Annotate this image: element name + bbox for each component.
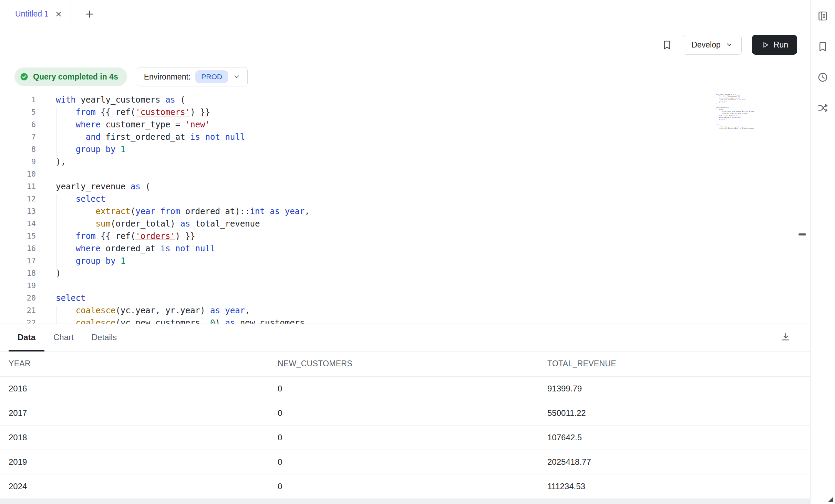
results-panel: Data Chart Details YEARNEW_CUSTOMERSTOTA… [0, 324, 810, 504]
develop-label: Develop [691, 40, 720, 50]
check-circle-icon [19, 72, 29, 82]
tab-chart-label: Chart [53, 333, 74, 342]
line-number: 6 [0, 118, 36, 131]
code-line[interactable]: 22 coalesce(yc.new_customers, 0) as new_… [0, 317, 810, 324]
code-line[interactable]: 19 [0, 280, 810, 292]
table-cell: 107642.5 [547, 433, 810, 442]
bookmark-icon[interactable] [817, 41, 828, 52]
lineage-icon[interactable] [817, 102, 828, 114]
line-number: 8 [0, 143, 36, 156]
history-clock-icon[interactable] [817, 72, 828, 83]
table-body: 2016091399.7920170550011.2220180107642.5… [0, 377, 810, 499]
tab-details-label: Details [92, 333, 117, 342]
tab-label: Untitled 1 [15, 9, 49, 19]
tab-chart[interactable]: Chart [44, 324, 83, 351]
table-cell: 0 [278, 384, 547, 393]
line-number: 18 [0, 267, 36, 280]
line-number: 19 [0, 280, 36, 292]
line-number: 16 [0, 242, 36, 255]
scrollbar-thumb[interactable] [798, 233, 806, 235]
line-number: 12 [0, 193, 36, 205]
table-cell: 2018 [9, 433, 278, 442]
table-row[interactable]: 2016091399.79 [0, 377, 810, 401]
column-header[interactable]: YEAR [9, 359, 278, 368]
status-bar: Query completed in 4s Environment: PROD [0, 61, 810, 92]
table-row[interactable]: 20240111234.53 [0, 474, 810, 499]
code-line[interactable]: 20select [0, 292, 810, 304]
toolbar: Develop Run [0, 28, 810, 61]
chevron-down-icon [233, 73, 240, 81]
line-number: 17 [0, 255, 36, 267]
table-cell: 0 [278, 457, 547, 467]
table-row[interactable]: 20170550011.22 [0, 401, 810, 426]
code-line[interactable]: 13 extract(year from ordered_at)::int as… [0, 205, 810, 218]
table-header-row: YEARNEW_CUSTOMERSTOTAL_REVENUE [0, 351, 810, 377]
download-icon [781, 332, 791, 342]
table-cell: 2016 [9, 384, 278, 393]
table-cell: 0 [278, 482, 547, 491]
line-number: 20 [0, 292, 36, 304]
develop-button[interactable]: Develop [683, 35, 741, 55]
indent-guide [56, 194, 57, 269]
code-line[interactable]: 1with yearly_customers as ( [0, 94, 810, 106]
right-sidebar [810, 0, 835, 504]
code-line[interactable]: 18) [0, 267, 810, 280]
environment-badge: PROD [195, 70, 228, 83]
table-cell: 2024 [9, 482, 278, 491]
tab-data[interactable]: Data [9, 324, 44, 351]
close-icon[interactable]: × [53, 9, 64, 19]
tab-details[interactable]: Details [83, 324, 126, 351]
line-number: 9 [0, 156, 36, 168]
code-editor[interactable]: 1with yearly_customers as (5 from {{ ref… [0, 92, 810, 324]
minimap-content: 1with yearly_customers as (5 from {{ ref… [716, 93, 758, 130]
code-line[interactable]: 14 sum(order_total) as total_revenue [0, 218, 810, 230]
line-number: 21 [0, 304, 36, 317]
code-line[interactable]: 6 where customer_type = 'new' [0, 118, 810, 131]
code-line[interactable]: 16 where ordered_at is not null [0, 242, 810, 255]
line-number: 7 [0, 131, 36, 143]
download-button[interactable] [781, 332, 791, 343]
indent-guide [56, 107, 57, 157]
table-row[interactable]: 20180107642.5 [0, 426, 810, 450]
bookmark-icon[interactable] [662, 40, 672, 50]
code-line[interactable]: 10 [0, 168, 810, 180]
code-line[interactable]: 7 and first_ordered_at is not null [0, 131, 810, 143]
table-cell: 0 [278, 433, 547, 442]
code-line[interactable]: 17 group by 1 [0, 255, 810, 267]
code-line[interactable]: 15 from {{ ref('orders') }} [0, 230, 810, 242]
column-header[interactable]: NEW_CUSTOMERS [278, 359, 547, 368]
code-line[interactable]: 11yearly_revenue as ( [0, 180, 810, 193]
code-lines: 1with yearly_customers as (5 from {{ ref… [0, 92, 810, 324]
new-tab-button[interactable] [84, 0, 95, 28]
line-number: 5 [0, 106, 36, 118]
line-number: 13 [0, 205, 36, 218]
code-line[interactable]: 21 coalesce(yc.year, yr.year) as year, [0, 304, 810, 317]
horizontal-scrollbar[interactable] [0, 499, 810, 504]
code-line[interactable]: 8 group by 1 [0, 143, 810, 156]
table-cell: 91399.79 [547, 384, 810, 393]
line-number: 14 [0, 218, 36, 230]
tab-untitled-1[interactable]: Untitled 1 × [0, 0, 71, 28]
code-line[interactable]: 5 from {{ ref('customers') }} [0, 106, 810, 118]
table-row[interactable]: 201902025418.77 [0, 450, 810, 474]
document-list-icon[interactable] [817, 10, 828, 22]
code-line[interactable]: 12 select [0, 193, 810, 205]
environment-label: Environment: [144, 72, 191, 82]
plus-icon [84, 9, 95, 20]
resize-grip[interactable] [828, 497, 833, 502]
environment-select[interactable]: Environment: PROD [137, 67, 248, 86]
minimap[interactable]: 1with yearly_customers as (5 from {{ ref… [716, 93, 758, 132]
run-label: Run [774, 40, 788, 50]
code-line[interactable]: 9), [0, 156, 810, 168]
results-tab-bar: Data Chart Details [0, 324, 810, 351]
line-number: 15 [0, 230, 36, 242]
table-cell: 550011.22 [547, 408, 810, 418]
run-button[interactable]: Run [752, 35, 797, 55]
column-header[interactable]: TOTAL_REVENUE [547, 359, 810, 368]
tab-data-label: Data [18, 333, 35, 342]
table-cell: 111234.53 [547, 482, 810, 491]
table-cell: 2019 [9, 457, 278, 467]
line-number: 10 [0, 168, 36, 180]
query-status-pill: Query completed in 4s [14, 67, 127, 86]
play-icon [761, 41, 770, 49]
